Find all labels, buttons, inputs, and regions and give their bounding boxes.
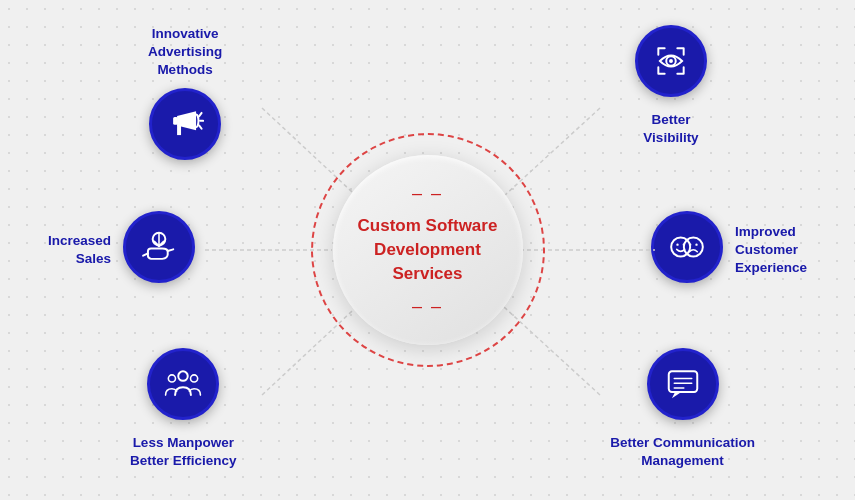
icon-less-manpower <box>147 348 219 420</box>
svg-point-22 <box>695 243 697 245</box>
icon-innovative-advertising <box>149 88 221 160</box>
icon-improved-customer <box>651 211 723 283</box>
diagram-container: – – Custom SoftwareDevelopmentServices –… <box>0 0 855 500</box>
icon-better-visibility <box>635 25 707 97</box>
label-less-manpower: Less ManpowerBetter Efficiency <box>130 434 237 470</box>
label-better-visibility: BetterVisibility <box>643 111 698 147</box>
center-circle: – – Custom SoftwareDevelopmentServices –… <box>333 155 523 345</box>
center-dashes-top: – – <box>348 183 508 204</box>
label-increased-sales: IncreasedSales <box>48 232 111 268</box>
svg-point-18 <box>676 243 678 245</box>
svg-line-10 <box>199 125 201 128</box>
svg-rect-6 <box>173 117 178 125</box>
svg-point-21 <box>689 243 691 245</box>
label-better-communication: Better CommunicationManagement <box>610 434 755 470</box>
svg-point-23 <box>179 371 189 381</box>
svg-point-20 <box>684 238 703 257</box>
center-title: Custom SoftwareDevelopmentServices <box>348 204 508 295</box>
satellite-better-visibility: BetterVisibility <box>635 25 707 147</box>
center-dashes-bottom: – – <box>348 296 508 317</box>
satellite-increased-sales: IncreasedSales <box>48 211 195 289</box>
svg-line-8 <box>199 113 201 116</box>
label-improved-customer: ImprovedCustomerExperience <box>735 223 807 278</box>
icon-better-communication <box>647 348 719 420</box>
svg-point-24 <box>169 374 176 381</box>
icon-increased-sales <box>123 211 195 283</box>
label-innovative-advertising: InnovativeAdvertisingMethods <box>148 25 222 80</box>
svg-point-12 <box>669 59 673 63</box>
satellite-improved-customer: ImprovedCustomerExperience <box>651 211 807 289</box>
satellite-less-manpower: Less ManpowerBetter Efficiency <box>130 348 237 470</box>
satellite-innovative-advertising: InnovativeAdvertisingMethods <box>148 25 222 166</box>
svg-rect-26 <box>668 371 697 392</box>
satellite-better-communication: Better CommunicationManagement <box>610 348 755 470</box>
svg-line-16 <box>168 249 174 251</box>
svg-point-25 <box>191 374 198 381</box>
